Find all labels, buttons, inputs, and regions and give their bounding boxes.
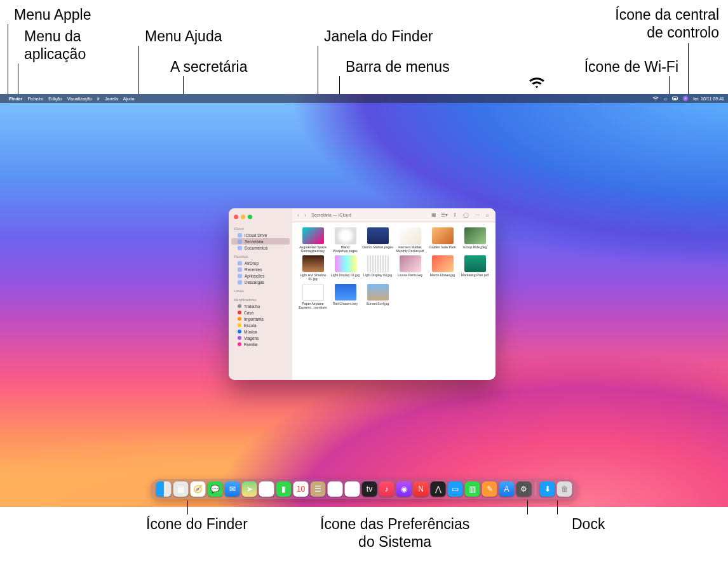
siri-icon[interactable] xyxy=(683,96,688,101)
file-thumbnail-icon xyxy=(367,255,389,272)
dock-contacts-icon[interactable]: ☰ xyxy=(311,481,326,497)
tag-icon[interactable]: ◯ xyxy=(463,212,469,218)
zoom-button[interactable] xyxy=(248,215,252,219)
sidebar-item[interactable]: Música xyxy=(229,328,292,335)
group-icon[interactable]: ☰▾ xyxy=(442,212,447,218)
sidebar-item-label: AirDrop xyxy=(245,261,259,265)
sidebar-item[interactable]: Aplicações xyxy=(229,272,292,279)
menu-edit[interactable]: Edição xyxy=(48,97,62,101)
file-item[interactable]: Marketing Plan.pdf xyxy=(459,255,490,281)
nav-forward-icon[interactable]: › xyxy=(304,212,306,218)
menubar-clock[interactable]: ter. 10/11 09:41 xyxy=(693,97,724,101)
dock-launchpad-icon[interactable]: ▦ xyxy=(173,481,189,497)
dock-news-icon[interactable]: N xyxy=(414,481,429,497)
file-name-label: Augmented Space Reimagined.key xyxy=(297,246,328,253)
menu-help[interactable]: Ajuda xyxy=(123,97,135,101)
dock-numbers-icon[interactable]: ▥ xyxy=(465,481,480,497)
sidebar-item[interactable]: iCloud Drive xyxy=(229,232,292,238)
file-item[interactable]: Golden Gate Park xyxy=(427,227,458,253)
minimize-button[interactable] xyxy=(241,215,245,219)
dock-facetime-icon[interactable]: ▮ xyxy=(276,481,292,497)
sidebar-item[interactable]: Recentes xyxy=(229,266,292,272)
file-item[interactable]: Group Ride.jpeg xyxy=(459,227,490,253)
file-name-label: Golden Gate Park xyxy=(429,246,456,250)
sidebar-item[interactable]: Casa xyxy=(229,309,292,316)
tag-dot-icon xyxy=(238,323,241,327)
sidebar-item-label: Música xyxy=(244,330,257,334)
spotlight-icon[interactable] xyxy=(664,95,667,102)
sidebar-item[interactable]: AirDrop xyxy=(229,260,292,266)
leader xyxy=(18,64,18,95)
callout-sysprefs-icon: Ícone das Preferências do Sistema xyxy=(320,516,469,551)
folder-icon xyxy=(238,267,242,272)
callout-finder-icon: Ícone do Finder xyxy=(146,516,248,534)
dock-trash-icon[interactable]: 🗑 xyxy=(557,481,572,497)
file-item[interactable]: Light and Shadow 01.jpg xyxy=(297,255,328,281)
sidebar-section-label: Identificadores xyxy=(229,297,292,303)
app-menu-finder[interactable]: Finder xyxy=(9,97,22,101)
sidebar-item-label: Trabalho xyxy=(244,304,260,309)
file-item[interactable]: Paper Airplane Experim…numbers xyxy=(297,284,328,309)
dock-finder-icon[interactable] xyxy=(156,481,172,497)
nav-back-icon[interactable]: ‹ xyxy=(297,212,299,218)
sidebar-item[interactable]: Secretária xyxy=(231,238,290,245)
file-thumbnail-icon xyxy=(464,255,486,272)
file-thumbnail-icon xyxy=(302,227,324,244)
dock-music-icon[interactable]: ♪ xyxy=(379,481,394,497)
dock-messages-icon[interactable]: 💬 xyxy=(208,481,223,497)
menu-file[interactable]: Ficheiro xyxy=(27,97,43,101)
sidebar-item[interactable]: Trabalho xyxy=(229,303,292,309)
dock-stocks-icon[interactable]: ⋀ xyxy=(431,481,446,497)
file-item[interactable]: Sunset Surf.jpg xyxy=(362,284,393,309)
menu-view[interactable]: Visualização xyxy=(67,97,92,101)
control-center-icon[interactable] xyxy=(672,97,678,100)
sidebar-item[interactable]: Documentos xyxy=(229,245,292,251)
file-item[interactable]: Bland Workshop.pages xyxy=(330,227,361,253)
file-item[interactable]: Augmented Space Reimagined.key xyxy=(297,227,328,253)
file-item[interactable]: Farmers Market Monthly Packet.pdf xyxy=(394,227,426,253)
file-item[interactable]: Light Display 01.jpg xyxy=(330,255,361,281)
leader xyxy=(527,500,528,514)
finder-content: ‹ › Secretária — iCloud ▦ ☰▾ ⇧ ◯ ⋯ ⌕ Aug… xyxy=(292,208,495,380)
dock-notes-icon[interactable]: ✎ xyxy=(345,481,360,497)
file-thumbnail-icon xyxy=(367,284,389,300)
sidebar-item[interactable]: Importante xyxy=(229,316,292,322)
sidebar-item[interactable]: Descargas xyxy=(229,279,292,285)
action-icon[interactable]: ⋯ xyxy=(474,212,480,218)
file-item[interactable]: Light Display 03.jpg xyxy=(362,255,393,281)
dock-calendar-icon[interactable]: 10 xyxy=(293,481,309,497)
dock-appstore-icon[interactable]: A xyxy=(499,481,515,497)
dock-downloads-icon[interactable]: ⬇ xyxy=(540,481,555,497)
file-thumbnail-icon xyxy=(432,227,454,244)
dock-photos-icon[interactable]: ✿ xyxy=(259,481,274,497)
dock-keynote-icon[interactable]: ▭ xyxy=(448,481,463,497)
sidebar-item[interactable]: Escola xyxy=(229,322,292,328)
file-name-label: Paper Airplane Experim…numbers xyxy=(297,302,328,309)
menu-go[interactable]: Ir xyxy=(97,97,100,101)
share-icon[interactable]: ⇧ xyxy=(452,212,458,218)
file-item[interactable]: Rail Chasers.key xyxy=(330,284,361,309)
dock-maps-icon[interactable]: ➤ xyxy=(242,481,257,497)
sidebar-item[interactable]: Viagens xyxy=(229,335,292,341)
dock-safari-icon[interactable]: 🧭 xyxy=(191,481,206,497)
menu-window[interactable]: Janela xyxy=(105,97,118,101)
dock-podcasts-icon[interactable]: ◉ xyxy=(396,481,412,497)
sidebar-item-label: Secretária xyxy=(245,239,264,244)
view-icons-icon[interactable]: ▦ xyxy=(431,212,436,218)
dock-reminders-icon[interactable]: ☰ xyxy=(328,481,343,497)
sidebar-item-label: Documentos xyxy=(245,246,268,250)
wifi-status-icon[interactable] xyxy=(652,96,659,101)
dock-tv-icon[interactable]: tv xyxy=(362,481,377,497)
close-button[interactable] xyxy=(234,215,238,219)
dock-pages-icon[interactable]: ✎ xyxy=(482,481,497,497)
dock-sysprefs-icon[interactable]: ⚙ xyxy=(516,481,532,497)
file-item[interactable]: Louisa Parris.key xyxy=(394,255,426,281)
file-item[interactable]: District Market.pages xyxy=(362,227,393,253)
dock-mail-icon[interactable]: ✉ xyxy=(225,481,240,497)
sidebar-item[interactable]: Família xyxy=(229,341,292,347)
sidebar-item-label: iCloud Drive xyxy=(245,233,267,238)
file-name-label: Light and Shadow 01.jpg xyxy=(297,274,328,281)
search-icon[interactable]: ⌕ xyxy=(485,212,490,218)
sidebar-item-label: Escola xyxy=(244,323,257,328)
file-item[interactable]: Macro Flower.jpg xyxy=(427,255,458,281)
